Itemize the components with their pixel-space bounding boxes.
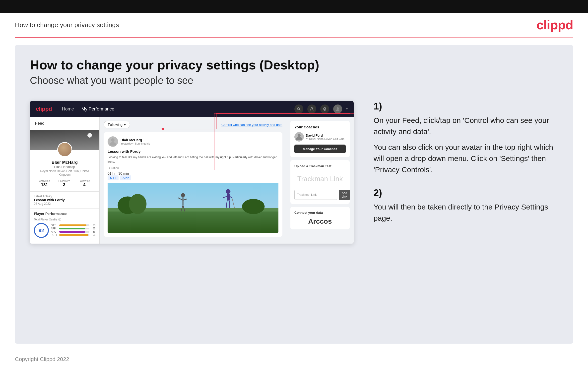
control-privacy-link[interactable]: Control who can see your activity and da… [221, 123, 282, 127]
person-icon[interactable] [307, 105, 316, 113]
footer: Copyright Clippd 2022 [0, 351, 588, 367]
activity-image [108, 183, 278, 233]
clippd-logo: clippd [536, 17, 573, 32]
feed-tab[interactable]: Feed [30, 117, 99, 130]
step1-number: 1) [374, 101, 553, 112]
step1-text: On your Feed, click/tap on 'Control who … [374, 115, 553, 137]
activity-duration-value: 01 hr : 30 min [108, 171, 278, 175]
activity-desc: Looking to feel like my hands are exitin… [108, 155, 278, 164]
coach-club: Royal North Devon Golf Club [306, 137, 344, 140]
search-icon[interactable] [294, 105, 303, 113]
stat-following: Following 4 [79, 179, 90, 187]
svg-point-18 [226, 189, 230, 194]
site-header: How to change your privacy settings clip… [0, 13, 588, 37]
connect-title: Connect your data [294, 211, 346, 214]
activity-meta: Yesterday · Sunningdale [121, 142, 150, 145]
page-breadcrumb: How to change your privacy settings [15, 21, 119, 29]
svg-point-11 [242, 199, 265, 214]
activity-user-avatar [108, 136, 118, 147]
svg-line-23 [229, 201, 230, 208]
coaches-title: Your Coaches [294, 125, 346, 129]
coaches-card: Your Coaches David Ford [290, 121, 350, 157]
logo-text: clippd [536, 18, 573, 32]
svg-point-2 [311, 107, 313, 109]
player-performance: Player Performance Total Player Quality … [30, 209, 99, 241]
tag-ott: OTT [108, 175, 119, 180]
stat-activities: Activities 131 [39, 179, 50, 187]
activity-user-name: Blair McHarg [121, 138, 150, 142]
svg-point-3 [324, 108, 326, 109]
app-feed: Following ▾ Control who can see your act… [100, 117, 286, 244]
svg-point-0 [297, 107, 300, 110]
tag-app: APP [120, 175, 131, 180]
profile-card: Blair McHarg Plus Handicap Royal North D… [30, 130, 99, 192]
activity-card: Blair McHarg Yesterday · Sunningdale Les… [104, 132, 282, 237]
latest-activity: Latest Activity Lesson with Fordy 03 Aug… [30, 192, 99, 209]
profile-club: Royal North Devon Golf Club, United King… [33, 169, 96, 176]
copyright-text: Copyright Clippd 2022 [15, 356, 69, 362]
user-avatar-nav[interactable] [333, 105, 342, 113]
svg-point-4 [337, 107, 339, 109]
nav-link-performance[interactable]: My Performance [81, 106, 114, 112]
trackman-big-text: Trackman Link [294, 170, 346, 188]
coach-avatar [294, 132, 304, 142]
main-content: How to change your privacy settings (Des… [15, 45, 573, 344]
app-right-sidebar: Your Coaches David Ford [286, 117, 354, 244]
step2-number: 2) [374, 188, 553, 198]
profile-banner [30, 130, 99, 150]
following-button[interactable]: Following ▾ [104, 121, 130, 128]
coach-name: David Ford [306, 134, 344, 137]
trackman-title: Upload a Trackman Test [294, 164, 346, 168]
profile-stats: Activities 131 Followers 3 Following 4 [33, 176, 96, 187]
svg-point-10 [129, 194, 147, 214]
app-sidebar: Feed Blair McHarg [30, 117, 100, 244]
profile-handicap: Plus Handicap [33, 165, 96, 169]
screenshot-area: clippd Home My Performance [30, 101, 558, 244]
step1-text2: You can also click on your avatar in the… [374, 142, 553, 175]
stat-followers: Followers 3 [58, 179, 70, 187]
app-body: Feed Blair McHarg [30, 117, 354, 244]
location-icon[interactable] [320, 105, 329, 113]
svg-rect-19 [227, 193, 230, 200]
svg-line-1 [299, 109, 300, 110]
activity-title: Lesson with Fordy [108, 149, 278, 154]
app-nav: clippd Home My Performance [30, 101, 354, 117]
step2-text: You will then be taken directly to the P… [374, 201, 553, 224]
app-nav-icons: ▾ [294, 105, 348, 113]
activity-duration-label: Duration [108, 166, 278, 170]
header-divider [15, 37, 573, 38]
connect-card: Connect your data Arccos [290, 207, 350, 229]
instructions-column: 1) On your Feed, click/tap on 'Control w… [369, 101, 558, 236]
app-nav-logo: clippd [36, 106, 52, 112]
trackman-card: Upload a Trackman Test Trackman Link Add… [290, 160, 350, 204]
coach-item: David Ford Royal North Devon Golf Club [294, 132, 346, 142]
svg-point-12 [181, 193, 185, 197]
page-subheading: Choose what you want people to see [30, 75, 558, 86]
profile-avatar [57, 142, 72, 157]
app-mockup: clippd Home My Performance [30, 101, 354, 244]
arccos-brand: Arccos [294, 217, 346, 225]
instruction-block-1: 1) On your Feed, click/tap on 'Control w… [374, 101, 553, 175]
top-bar [0, 0, 588, 13]
instruction-block-2: 2) You will then be taken directly to th… [374, 188, 553, 224]
nav-link-home[interactable]: Home [62, 106, 74, 112]
activity-tags: OTT APP [108, 175, 278, 180]
svg-point-25 [298, 134, 301, 137]
page-heading: How to change your privacy settings (Des… [30, 57, 558, 72]
feed-header: Following ▾ Control who can see your act… [104, 121, 282, 128]
quality-score: 92 [34, 223, 49, 238]
nav-dropdown-icon[interactable]: ▾ [346, 107, 348, 111]
app-nav-links: Home My Performance [62, 106, 294, 112]
trackman-link-input[interactable] [294, 190, 337, 200]
svg-point-5 [111, 138, 115, 142]
profile-name: Blair McHarg [33, 160, 96, 165]
manage-coaches-button[interactable]: Manage Your Coaches [294, 145, 346, 153]
add-link-button[interactable]: Add Link [339, 190, 350, 200]
quality-bars: OTT 90 APP [51, 224, 95, 237]
